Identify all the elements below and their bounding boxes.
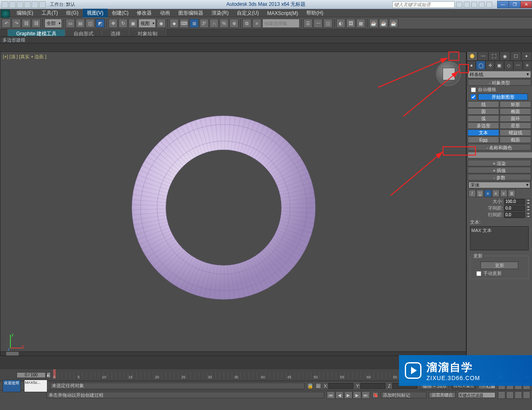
ribbon-tab-selection[interactable]: 选择: [102, 29, 129, 36]
y-input[interactable]: [360, 383, 385, 389]
italic-button[interactable]: I: [468, 190, 476, 197]
kerning-down[interactable]: ▾: [526, 208, 530, 211]
qat-redo-icon[interactable]: [32, 1, 38, 8]
font-selector[interactable]: 宋体: [468, 182, 530, 188]
redo-icon[interactable]: ↷: [12, 19, 21, 28]
menu-modifiers[interactable]: 修改器: [133, 9, 156, 17]
search-input[interactable]: [392, 1, 455, 8]
menu-edit[interactable]: 编辑(E): [12, 9, 37, 17]
scale-icon[interactable]: ▣: [128, 19, 138, 28]
shape-rectangle[interactable]: 矩形: [500, 101, 531, 108]
unlink-icon[interactable]: ⛓: [32, 19, 41, 28]
cat-spacewarps[interactable]: 〰: [513, 61, 522, 70]
tab-utilities[interactable]: ✦: [521, 52, 532, 61]
pivot-icon[interactable]: ◉: [157, 19, 166, 28]
close-button[interactable]: ✕: [520, 1, 532, 8]
frame-indicator[interactable]: 0 / 100: [17, 372, 46, 378]
shape-egg[interactable]: Egg: [468, 136, 499, 143]
manual-update-checkbox[interactable]: [476, 271, 481, 276]
select-window-icon[interactable]: ◩: [96, 19, 105, 28]
undo-icon[interactable]: ↶: [2, 19, 11, 28]
setkey-button[interactable]: 设置关键点: [429, 392, 456, 398]
shape-helix[interactable]: 螺旋线: [500, 129, 531, 136]
shape-section[interactable]: 截面: [500, 136, 531, 143]
align-left-button[interactable]: ≡: [484, 190, 492, 197]
ribbon-tab-graphite[interactable]: Graphite 建模工具: [7, 29, 65, 36]
tab-hierarchy[interactable]: ⛶: [488, 52, 499, 61]
underline-button[interactable]: U: [476, 190, 484, 197]
play-icon[interactable]: ▶: [344, 391, 352, 399]
named-selection-input[interactable]: [262, 19, 300, 28]
shape-donut[interactable]: 圆环: [500, 115, 531, 122]
viewcube[interactable]: [436, 61, 461, 86]
viewport[interactable]: [+] [顶 ] [真实 + 边面 ] y x z: [0, 52, 466, 356]
cat-helpers[interactable]: ◇: [504, 61, 513, 70]
leading-input[interactable]: [504, 212, 525, 218]
render-setup-icon[interactable]: 🖼: [346, 19, 355, 28]
addtime-prompt[interactable]: 添加时间标记: [381, 392, 426, 398]
text-input[interactable]: [470, 226, 529, 250]
schematic-icon[interactable]: ◫: [323, 19, 332, 28]
render-prod-icon[interactable]: ☕: [389, 19, 398, 28]
ribbon-tab-freeform[interactable]: 自由形式: [65, 29, 102, 36]
move-icon[interactable]: ✥: [108, 19, 118, 28]
shape-category-selector[interactable]: 样条线: [468, 71, 531, 78]
shape-line[interactable]: 线: [468, 101, 499, 108]
kerning-up[interactable]: ▴: [526, 205, 530, 208]
align-center-button[interactable]: ≡: [492, 190, 500, 197]
link-icon[interactable]: ⛓: [22, 19, 31, 28]
shape-arc[interactable]: 弧: [468, 115, 499, 122]
rollout-render[interactable]: 渲染: [468, 160, 531, 166]
fav-icon[interactable]: [486, 2, 492, 7]
autogrid-checkbox[interactable]: [471, 87, 476, 92]
x-input[interactable]: [328, 383, 353, 389]
goto-start-icon[interactable]: ⏮: [327, 391, 335, 399]
spinner-snap-icon[interactable]: %: [219, 19, 229, 28]
menu-rendering[interactable]: 渲染(R): [207, 9, 233, 17]
ribbon-tab-paint[interactable]: 对象绘制: [129, 29, 166, 36]
exchange-icon[interactable]: [479, 2, 485, 7]
shape-text[interactable]: 文本: [468, 129, 499, 136]
goto-end-icon[interactable]: ⏭: [362, 391, 370, 399]
menu-maxscript[interactable]: MAXScript(M): [263, 10, 303, 17]
tab-create[interactable]: [467, 52, 478, 61]
workspace-selector[interactable]: 工作台: 默认: [50, 1, 75, 7]
shape-circle[interactable]: 圆: [468, 108, 499, 115]
kerning-input[interactable]: [504, 205, 525, 211]
menu-group[interactable]: 组(G): [62, 9, 82, 17]
scroll-thumb[interactable]: [6, 352, 19, 356]
help-icon[interactable]: [471, 2, 477, 7]
select-name-icon[interactable]: ▤: [76, 19, 85, 28]
size-up[interactable]: ▴: [526, 199, 530, 202]
frame-step[interactable]: ▸: [47, 372, 51, 378]
snap-angle-icon[interactable]: 3°: [200, 19, 209, 28]
qat-undo-icon[interactable]: [24, 1, 31, 8]
leading-up[interactable]: ▴: [526, 212, 530, 215]
rollout-object-type[interactable]: 对象类型: [468, 79, 531, 86]
ribbon-subheader[interactable]: 多边形建模: [0, 37, 532, 43]
menu-views[interactable]: 视图(V): [83, 9, 108, 17]
startshape-button[interactable]: 开始新图形: [478, 94, 528, 100]
rotate-icon[interactable]: ↻: [118, 19, 128, 28]
select-region-icon[interactable]: ◫: [86, 19, 95, 28]
align-icon[interactable]: ≡: [252, 19, 261, 28]
qat-new-icon[interactable]: [2, 1, 8, 8]
person-icon[interactable]: ☺: [315, 383, 321, 389]
search-dropdown-icon[interactable]: [464, 2, 470, 7]
menu-tools[interactable]: 工具(T): [37, 9, 62, 17]
tab-motion[interactable]: ◉: [500, 52, 510, 61]
shape-star[interactable]: 星形: [500, 122, 531, 129]
cat-systems[interactable]: ✳: [523, 61, 532, 70]
qat-open-icon[interactable]: [9, 1, 16, 8]
mirror-icon[interactable]: ⧉: [242, 19, 251, 28]
nav-orbit-icon[interactable]: [498, 391, 505, 399]
menu-help[interactable]: 帮助(H): [302, 9, 328, 17]
qat-save-icon[interactable]: [17, 1, 23, 8]
rollout-interpolation[interactable]: 插值: [468, 167, 531, 173]
app-logo-icon[interactable]: [1, 10, 10, 18]
menu-create[interactable]: 创建(C): [108, 9, 133, 17]
cat-shapes[interactable]: ◯: [476, 61, 485, 70]
prev-frame-icon[interactable]: ◀: [335, 391, 344, 399]
align-justify-button[interactable]: ≣: [508, 190, 515, 197]
curve-editor-icon[interactable]: 〰: [313, 19, 323, 28]
